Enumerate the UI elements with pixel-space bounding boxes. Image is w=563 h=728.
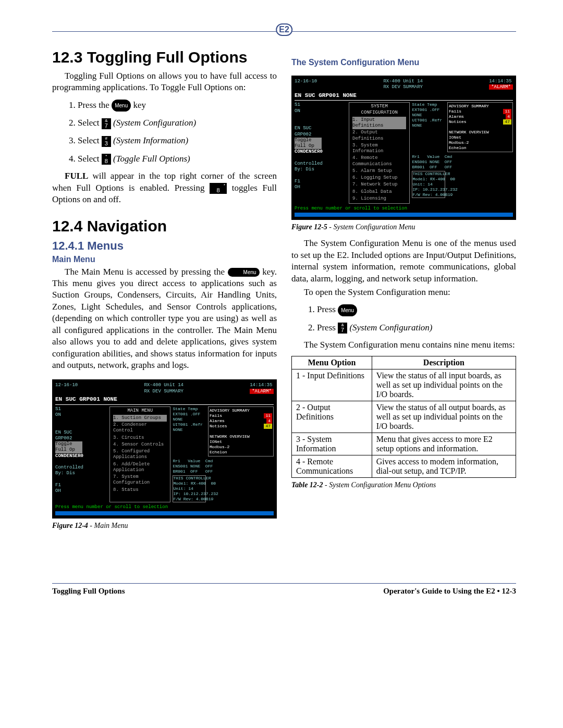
step-text-italic: (System Information) <box>113 135 188 145</box>
table-cell-desc: View the status of all input boards, as … <box>372 369 516 401</box>
screen-unit: RX-400 Unit 14RX DEV SUMMARY <box>383 79 423 91</box>
step-text-italic: (System Configuration) <box>113 118 196 128</box>
alarm-badge: *ALARM* <box>489 84 513 90</box>
full-bold: FULL <box>65 171 88 181</box>
screen-hint: Press menu number or scroll to selection <box>295 206 513 212</box>
step-text: Press the <box>78 100 112 110</box>
list-item: 1. Press Menu <box>308 301 516 318</box>
menu-item: 4. Remote Communications <box>352 155 406 168</box>
table-header-option: Menu Option <box>292 356 372 369</box>
table-cell-option: 1 - Input Definitions <box>292 369 372 401</box>
menu-item: 5. Configured Applications <box>113 448 167 461</box>
list-item: 3. Select #3 (System Information) <box>69 132 277 149</box>
table-row: 4 - Remote Communications Gives access t… <box>292 455 516 478</box>
list-item: 4. Select *8 (Toggle Full Options) <box>69 151 277 167</box>
two-column-layout: 12.3 Toggling Full Options Toggling Full… <box>52 45 516 536</box>
left-column: 12.3 Toggling Full Options Toggling Full… <box>52 45 277 536</box>
step-num: 2. <box>308 323 315 332</box>
document-page: E2 12.3 Toggling Full Options Toggling F… <box>0 0 563 616</box>
advisory-summary-box: ADVISORY SUMMARY Fails11 Alarms4 Notices… <box>208 406 274 456</box>
main-menu-heading: Main Menu <box>52 255 277 264</box>
menu-item: 5. Alarm Setup <box>352 168 406 175</box>
menu-key-icon: Menu <box>228 268 260 277</box>
step-num: 2. <box>69 118 76 128</box>
step-text-italic: (Toggle Full Options) <box>113 154 190 164</box>
menu-item: 3. System Information <box>352 142 406 155</box>
step-num: 1. <box>69 100 76 110</box>
footer-left: Toggling Full Options <box>52 587 125 596</box>
table-12-2-caption: Table 12-2 - System Configuration Menu O… <box>291 481 516 489</box>
group-line: EN SUC GRP001 NONE <box>295 92 513 101</box>
toggle-full-options-steps: 1. Press the Menu key 2. Select &7 (Syst… <box>69 97 277 167</box>
system-config-heading: The System Configuration Menu <box>291 58 516 67</box>
page-footer: Toggling Full Options Operator's Guide t… <box>52 583 516 596</box>
menu-item: 1. Suction Groups <box>113 415 167 422</box>
right-column: The System Configuration Menu 12-16-10 R… <box>291 45 516 536</box>
step-num: 4. <box>69 154 76 164</box>
menu-title: SYSTEM CONFIGURATION <box>352 104 406 116</box>
screen-time: 14:14:35*ALARM* <box>489 79 513 91</box>
table-cell-option: 4 - Remote Communications <box>292 455 372 478</box>
syscfg-para2: To open the System Configuration menu: <box>291 287 516 298</box>
main-menu-para: The Main Menu is accessed by pressing th… <box>52 266 277 372</box>
menu-item: 6. Add/Delete Application <box>113 461 167 474</box>
menu-item: 6. Logging Setup <box>352 175 406 181</box>
keypad-8-icon: *8 <box>102 154 111 165</box>
screen-hint: Press menu number or scroll to selection <box>55 504 274 510</box>
section-12-4-1-heading: 12.4.1 Menus <box>52 239 277 253</box>
menu-item: 7. System Configuration <box>113 474 167 487</box>
list-item: 2. Select &7 (System Configuration) <box>69 115 277 131</box>
keypad-8-icon: *8 <box>210 183 227 194</box>
step-num: 3. <box>69 135 76 145</box>
section-12-3-para2: FULL will appear in the top right corner… <box>52 170 277 205</box>
section-12-3-heading: 12.3 Toggling Full Options <box>52 48 277 66</box>
main-menu-box: MAIN MENU 1. Suction Groups 2. Condenser… <box>109 406 170 502</box>
step-text: Press <box>317 323 338 332</box>
table-row: 3 - System Information Menu that gives a… <box>292 433 516 455</box>
figure-12-4-caption: Figure 12-4 - Main Menu <box>52 522 277 530</box>
table-cell-option: 3 - System Information <box>292 433 372 455</box>
figure-12-5-caption: Figure 12-5 - System Configuration Menu <box>291 223 516 231</box>
menu-item: 1. Input Definitions <box>352 117 406 130</box>
group-line: EN SUC GRP001 NONE <box>55 396 274 405</box>
advisory-summary-box: ADVISORY SUMMARY Fails11 Alarms4 Notices… <box>447 102 513 152</box>
menu-title: MAIN MENU <box>113 408 167 414</box>
menu-item: 2. Output Definitions <box>352 129 406 142</box>
step-text: Press <box>317 304 338 314</box>
step-text-italic: (System Configuration) <box>349 323 432 332</box>
table-row: 2 - Output Definitions View the status o… <box>292 401 516 433</box>
table-cell-desc: View the status of all output boards, as… <box>372 401 516 433</box>
step-text: Select <box>78 135 102 145</box>
menu-item: 3. Circuits <box>113 435 167 441</box>
step-num: 1. <box>308 304 315 314</box>
step-text: Select <box>78 154 102 164</box>
screen-unit: RX-400 Unit 14RX DEV SUMMARY <box>144 382 183 394</box>
syscfg-para1: The System Configuration Menu is one of … <box>291 238 516 285</box>
menu-item: 2. Condenser Control <box>113 422 167 435</box>
table-header-desc: Description <box>372 356 516 369</box>
menu-item: 8. Status <box>113 487 167 493</box>
list-item: 1. Press the Menu key <box>69 97 277 114</box>
footer-right: Operator's Guide to Using the E2 • 12-3 <box>383 587 516 596</box>
section-12-3-para1: Toggling Full Options on allows you to h… <box>52 70 277 94</box>
controller-box: THIS CONTROLLER Model: RX-400 00 Unit: 1… <box>412 171 445 198</box>
syscfg-para3: The System Configuration menu contains n… <box>291 339 516 351</box>
brand-logo: E2 <box>276 23 292 36</box>
syscfg-options-table: Menu Option Description 1 - Input Defini… <box>291 356 516 478</box>
alarm-badge: *ALARM* <box>250 389 274 394</box>
screen-bottom-bar <box>55 511 274 515</box>
screen-time: 14:14:35*ALARM* <box>250 382 274 394</box>
menu-key-icon: Menu <box>112 100 131 112</box>
menu-key-icon: Menu <box>338 304 357 316</box>
syscfg-open-steps: 1. Press Menu 2. Press &7 (System Config… <box>308 301 516 336</box>
header-rule: E2 <box>52 31 516 32</box>
section-12-4-heading: 12.4 Navigation <box>52 217 277 235</box>
keypad-3-icon: #3 <box>102 136 111 147</box>
table-cell-desc: Menu that gives access to more E2 setup … <box>372 433 516 455</box>
keypad-7-icon: &7 <box>338 323 347 334</box>
screen-date: 12-16-10 <box>295 79 317 91</box>
step-text: key <box>133 100 146 110</box>
step-text: Select <box>78 118 102 128</box>
controller-box: THIS CONTROLLER Model: RX-400 00 Unit: 1… <box>173 475 206 502</box>
screen-bottom-bar <box>295 213 513 217</box>
